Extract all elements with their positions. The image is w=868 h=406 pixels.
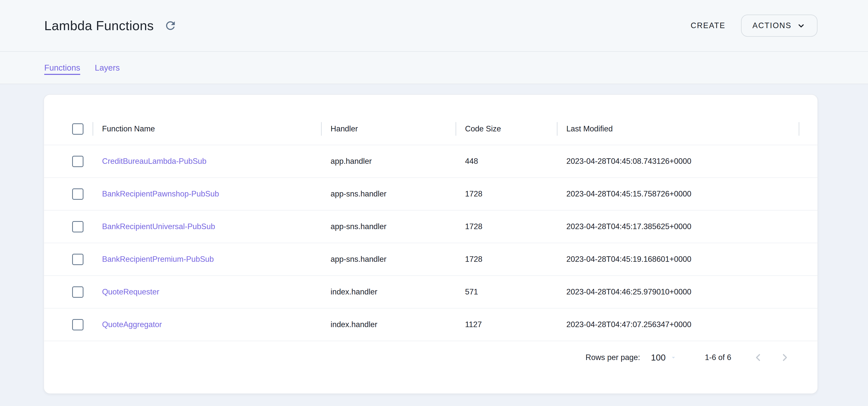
row-checkbox[interactable] (72, 319, 84, 330)
last-modified-cell: 2023-04-28T04:45:15.758726+0000 (557, 178, 799, 210)
column-divider (557, 122, 558, 136)
last-modified-cell: 2023-04-28T04:47:07.256347+0000 (557, 308, 799, 341)
column-header-label: Code Size (465, 124, 501, 133)
column-header-handler: Handler (321, 113, 456, 145)
handler-cell: index.handler (321, 308, 456, 341)
last-modified-cell: 2023-04-28T04:46:25.979010+0000 (557, 276, 799, 308)
row-checkbox[interactable] (72, 156, 84, 167)
last-modified-cell: 2023-04-28T04:45:08.743126+0000 (557, 145, 799, 177)
table-row: BankRecipientPawnshop-PubSub app-sns.han… (44, 178, 817, 210)
row-checkbox[interactable] (72, 221, 84, 232)
column-header-label: Function Name (102, 124, 155, 133)
code-size-cell: 448 (456, 145, 557, 177)
actions-button-label: ACTIONS (752, 21, 791, 30)
tab-layers[interactable]: Layers (95, 63, 120, 73)
column-header-label: Last Modified (566, 124, 613, 133)
page-title: Lambda Functions (44, 18, 154, 33)
table-row: QuoteRequester index.handler 571 2023-04… (44, 276, 817, 308)
function-name-link[interactable]: BankRecipientPawnshop-PubSub (102, 190, 219, 199)
code-size-cell: 1728 (456, 243, 557, 275)
refresh-icon (164, 19, 177, 32)
function-name-link[interactable]: BankRecipientUniversal-PubSub (102, 222, 215, 231)
page-header: Lambda Functions CREATE ACTIONS (0, 0, 868, 52)
chevron-down-icon (796, 21, 806, 31)
function-name-link[interactable]: BankRecipientPremium-PubSub (102, 255, 214, 264)
refresh-button[interactable] (163, 18, 178, 33)
row-checkbox[interactable] (72, 286, 84, 298)
table-header-row: Function Name Handler Code Size Last Mod… (44, 113, 817, 145)
code-size-cell: 571 (456, 276, 557, 308)
next-page-button[interactable] (778, 351, 791, 364)
functions-table-card: Function Name Handler Code Size Last Mod… (43, 94, 818, 394)
tab-bar: Functions Layers (0, 52, 868, 84)
column-header-label: Handler (331, 124, 358, 133)
pagination-bar: Rows per page: 100 1-6 of 6 (44, 341, 817, 374)
previous-page-button[interactable] (752, 351, 765, 364)
handler-cell: app-sns.handler (321, 243, 456, 275)
rows-per-page-label: Rows per page: (585, 353, 640, 362)
function-name-link[interactable]: QuoteRequester (102, 287, 159, 297)
rows-per-page-select[interactable]: 100 (651, 352, 677, 363)
column-header-function-name: Function Name (93, 113, 321, 145)
code-size-cell: 1728 (456, 178, 557, 210)
last-modified-cell: 2023-04-28T04:45:17.385625+0000 (557, 210, 799, 243)
column-divider (321, 122, 322, 136)
lambda-functions-page: Lambda Functions CREATE ACTIONS Function… (0, 0, 868, 406)
create-button[interactable]: CREATE (691, 21, 725, 30)
table-row: QuoteAggregator index.handler 1127 2023-… (44, 308, 817, 341)
tab-functions[interactable]: Functions (44, 63, 80, 73)
pagination-range: 1-6 of 6 (705, 353, 731, 362)
last-modified-cell: 2023-04-28T04:45:19.168601+0000 (557, 243, 799, 275)
function-name-link[interactable]: QuoteAggregator (102, 320, 162, 329)
header-actions: CREATE ACTIONS (691, 14, 817, 37)
code-size-cell: 1127 (456, 308, 557, 341)
table-row: BankRecipientPremium-PubSub app-sns.hand… (44, 243, 817, 276)
row-checkbox[interactable] (72, 189, 84, 200)
handler-cell: app-sns.handler (321, 178, 456, 210)
select-all-checkbox[interactable] (72, 123, 84, 135)
dropdown-arrow-icon (670, 354, 677, 361)
column-divider (456, 122, 456, 136)
chevron-right-icon (778, 351, 791, 364)
column-divider (93, 122, 93, 136)
main-content: Function Name Handler Code Size Last Mod… (0, 84, 868, 394)
table-row: BankRecipientUniversal-PubSub app-sns.ha… (44, 210, 817, 243)
row-checkbox[interactable] (72, 254, 84, 265)
column-header-last-modified: Last Modified (557, 113, 799, 145)
column-divider (799, 122, 799, 136)
handler-cell: app-sns.handler (321, 210, 456, 243)
code-size-cell: 1728 (456, 210, 557, 243)
column-header-spacer (799, 113, 817, 145)
handler-cell: index.handler (321, 276, 456, 308)
handler-cell: app.handler (321, 145, 456, 177)
table-row: CreditBureauLambda-PubSub app.handler 44… (44, 145, 817, 178)
chevron-left-icon (752, 351, 765, 364)
title-wrap: Lambda Functions (44, 18, 178, 33)
rows-per-page-value: 100 (651, 352, 665, 363)
actions-button[interactable]: ACTIONS (741, 14, 817, 37)
function-name-link[interactable]: CreditBureauLambda-PubSub (102, 157, 206, 166)
select-all-cell (44, 113, 93, 145)
column-header-code-size: Code Size (456, 113, 557, 145)
